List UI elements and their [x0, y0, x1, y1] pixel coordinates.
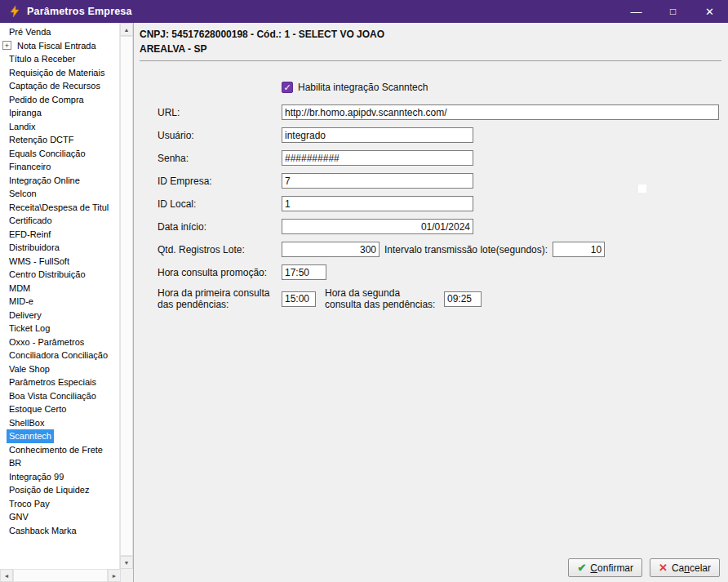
sidebar-item[interactable]: Landix — [0, 120, 119, 134]
intervalo-input[interactable] — [553, 242, 605, 257]
sidebar-item[interactable]: MID-e — [0, 295, 119, 309]
horas-pendencias-row: Hora da primeira consulta das pendências… — [158, 287, 721, 311]
sidebar-item[interactable]: Conciliadora Conciliação — [0, 349, 119, 362]
sidebar-item[interactable]: Posição de Liquidez — [0, 483, 119, 497]
sidebar-item[interactable]: Título a Receber — [0, 52, 119, 66]
sidebar-item[interactable]: Conhecimento de Frete — [0, 443, 119, 457]
sidebar-item[interactable]: Vale Shop — [0, 362, 119, 376]
maximize-button[interactable]: □ — [655, 0, 691, 23]
sidebar-bottom: ◄ ► — [0, 569, 133, 582]
horizontal-scroll-track[interactable] — [13, 569, 108, 582]
sidebar-horizontal-scrollbar[interactable]: ◄ ► — [0, 569, 121, 582]
sidebar-item[interactable]: Captação de Recursos — [0, 79, 119, 93]
sidebar-item[interactable]: +Nota Fiscal Entrada — [0, 39, 119, 53]
sidebar-item[interactable]: Troco Pay — [0, 497, 119, 511]
id-local-label: ID Local: — [158, 198, 282, 210]
sidebar-item-label: Troco Pay — [7, 497, 52, 511]
sidebar-item[interactable]: Boa Vista Conciliação — [0, 389, 119, 403]
sidebar: Pré Venda+Nota Fiscal EntradaTítulo a Re… — [0, 23, 134, 582]
sidebar-item-label: Vale Shop — [7, 362, 52, 376]
data-inicio-label: Data início: — [158, 221, 282, 233]
sidebar-item[interactable]: Pré Venda — [0, 25, 119, 39]
vertical-scroll-track[interactable] — [120, 36, 133, 556]
vertical-scroll-thumb[interactable] — [120, 36, 133, 556]
url-input[interactable] — [282, 104, 719, 120]
sidebar-item-label: ShellBox — [7, 416, 47, 430]
scroll-down-icon[interactable]: ▼ — [120, 556, 133, 569]
sidebar-item[interactable]: GNV — [0, 510, 119, 524]
sidebar-item[interactable]: Oxxo - Parâmetros — [0, 335, 119, 349]
sidebar-item[interactable]: Ticket Log — [0, 322, 119, 335]
main-panel: CNPJ: 54517628000198 - Cód.: 1 - SELECT … — [134, 23, 728, 582]
sidebar-item-label: Ticket Log — [7, 322, 52, 335]
qtd-registros-input[interactable] — [282, 242, 380, 257]
sidebar-item[interactable]: Distribuidora — [0, 241, 119, 255]
app-icon — [7, 4, 22, 19]
sidebar-item[interactable]: Pedido de Compra — [0, 93, 119, 107]
scroll-left-icon[interactable]: ◄ — [0, 569, 13, 582]
sidebar-item[interactable]: BR — [0, 456, 119, 470]
sidebar-item[interactable]: Cashback Marka — [0, 524, 119, 538]
integration-checkbox[interactable]: ✓ — [282, 82, 293, 93]
company-header-line2: AREALVA - SP — [140, 43, 721, 55]
id-local-input[interactable] — [282, 196, 473, 211]
sidebar-item-label: GNV — [7, 510, 31, 524]
data-inicio-input[interactable] — [282, 219, 473, 234]
hora-promocao-row: Hora consulta promoção: — [158, 264, 721, 280]
sidebar-item[interactable]: MDM — [0, 282, 119, 295]
sidebar-item-label: Landix — [7, 120, 38, 134]
cancel-button[interactable]: ✕ Cancelar — [650, 558, 720, 577]
sidebar-item[interactable]: Requisição de Materiais — [0, 66, 119, 80]
sidebar-item-label: Distribuidora — [7, 241, 62, 255]
integration-checkbox-label: Habilita integração Scanntech — [298, 82, 428, 93]
sidebar-item[interactable]: Estoque Certo — [0, 402, 119, 416]
expand-icon[interactable]: + — [2, 41, 11, 50]
sidebar-item[interactable]: Retenção DCTF — [0, 133, 119, 147]
sidebar-vertical-scrollbar[interactable]: ▲ ▼ — [119, 23, 133, 569]
sidebar-item[interactable]: Equals Conciliação — [0, 147, 119, 161]
sidebar-item[interactable]: Integração 99 — [0, 470, 119, 484]
check-icon: ✔ — [577, 562, 586, 574]
hora-primeira-input[interactable] — [282, 291, 316, 307]
sidebar-item[interactable]: Selcon — [0, 187, 119, 201]
sidebar-item-label: Cashback Marka — [7, 524, 79, 538]
id-empresa-label: ID Empresa: — [158, 175, 282, 187]
scroll-right-icon[interactable]: ► — [108, 569, 121, 582]
sidebar-item[interactable]: Financeiro — [0, 160, 119, 174]
footer-buttons: ✔ Confirmar ✕ Cancelar — [568, 558, 720, 577]
senha-row: Senha: — [158, 150, 721, 166]
sidebar-item[interactable]: EFD-Reinf — [0, 228, 119, 242]
sidebar-item[interactable]: Certificado — [0, 214, 119, 228]
sidebar-item-label: Conhecimento de Frete — [7, 443, 105, 457]
sidebar-item[interactable]: Centro Distribuição — [0, 268, 119, 282]
sidebar-item[interactable]: Ipiranga — [0, 106, 119, 120]
sidebar-item[interactable]: Scanntech — [0, 429, 119, 443]
x-icon: ✕ — [659, 562, 668, 574]
sidebar-item[interactable]: Integração Online — [0, 174, 119, 188]
sidebar-item[interactable]: WMS - FullSoft — [0, 255, 119, 269]
sidebar-item-label: Delivery — [7, 309, 44, 322]
sidebar-item-label: WMS - FullSoft — [7, 255, 72, 269]
sidebar-item[interactable]: Delivery — [0, 309, 119, 322]
usuario-input[interactable] — [282, 127, 473, 143]
sidebar-item-label: Financeiro — [7, 160, 53, 174]
id-empresa-input[interactable] — [282, 173, 473, 189]
sidebar-item-label: Parâmetros Especiais — [7, 375, 99, 389]
horizontal-scroll-thumb[interactable] — [13, 569, 108, 582]
hora-segunda-input[interactable] — [444, 291, 482, 307]
sidebar-item[interactable]: Parâmetros Especiais — [0, 375, 119, 389]
sidebar-item-label: Nota Fiscal Entrada — [15, 39, 99, 53]
sidebar-item-label: Posição de Liquidez — [7, 483, 91, 497]
senha-input[interactable] — [282, 150, 473, 166]
sidebar-item[interactable]: Receita\Despesa de Titul — [0, 201, 119, 215]
confirm-button[interactable]: ✔ Confirmar — [568, 558, 642, 577]
sidebar-item[interactable]: ShellBox — [0, 416, 119, 430]
cancel-label: Cancelar — [672, 562, 711, 574]
scroll-up-icon[interactable]: ▲ — [120, 23, 133, 36]
minimize-button[interactable]: — — [618, 0, 655, 23]
window-content: Pré Venda+Nota Fiscal EntradaTítulo a Re… — [0, 23, 728, 582]
hora-promocao-input[interactable] — [282, 264, 326, 280]
sidebar-item-label: Integração Online — [7, 174, 82, 188]
close-button[interactable]: ✕ — [691, 0, 728, 23]
confirm-label: Confirmar — [590, 562, 633, 574]
